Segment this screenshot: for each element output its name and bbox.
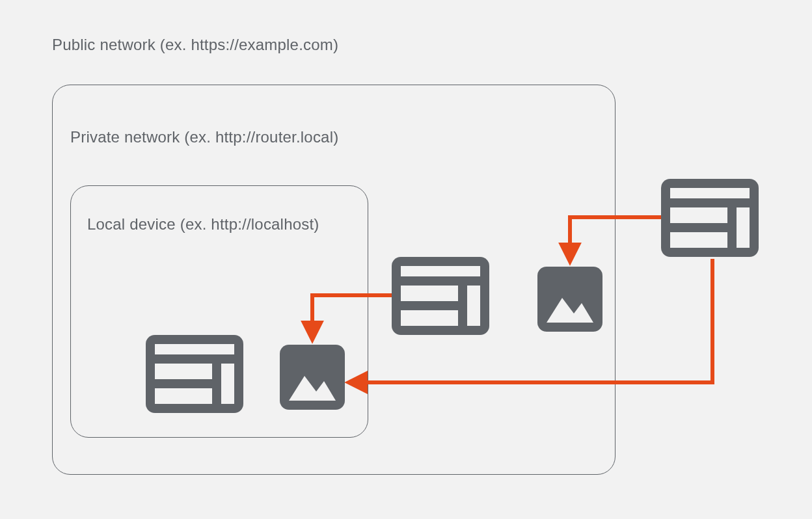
local-image-icon xyxy=(280,345,345,410)
public-browser-icon xyxy=(661,179,759,257)
private-browser-icon xyxy=(392,257,489,335)
local-browser-icon xyxy=(146,335,243,413)
private-image-icon xyxy=(537,267,602,332)
public-network-label: Public network (ex. https://example.com) xyxy=(52,36,338,54)
local-device-label: Local device (ex. http://localhost) xyxy=(87,215,319,233)
private-network-label: Private network (ex. http://router.local… xyxy=(70,128,338,146)
